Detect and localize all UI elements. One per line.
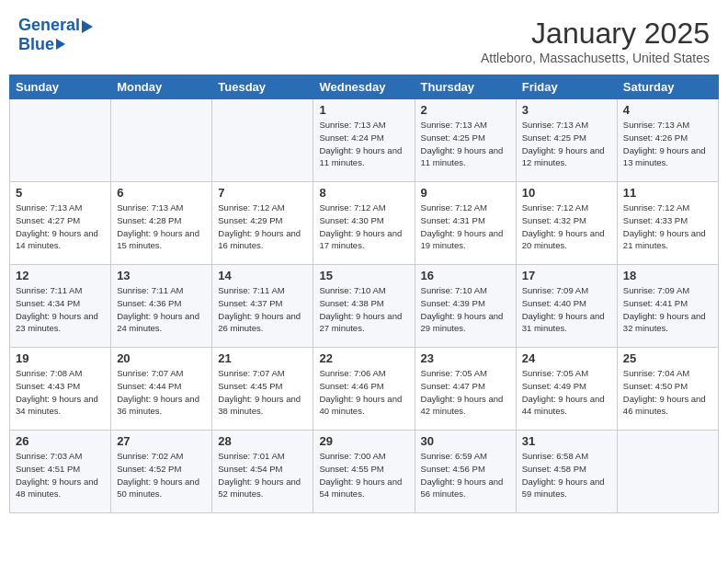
day-info: Sunrise: 7:04 AMSunset: 4:50 PMDaylight:… — [623, 367, 712, 418]
day-number: 24 — [522, 351, 611, 365]
day-info: Sunrise: 7:05 AMSunset: 4:47 PMDaylight:… — [421, 367, 510, 418]
calendar-cell — [617, 431, 718, 513]
calendar-cell — [212, 99, 313, 182]
calendar-cell: 30Sunrise: 6:59 AMSunset: 4:56 PMDayligh… — [415, 431, 516, 513]
day-number: 25 — [623, 351, 712, 365]
calendar-cell: 13Sunrise: 7:11 AMSunset: 4:36 PMDayligh… — [111, 265, 212, 348]
month-title: January 2025 — [481, 17, 710, 51]
calendar-cell: 21Sunrise: 7:07 AMSunset: 4:45 PMDayligh… — [212, 348, 313, 431]
day-number: 31 — [522, 434, 611, 448]
calendar-cell: 27Sunrise: 7:02 AMSunset: 4:52 PMDayligh… — [111, 431, 212, 513]
day-info: Sunrise: 7:13 AMSunset: 4:26 PMDaylight:… — [623, 119, 712, 169]
calendar-cell: 3Sunrise: 7:13 AMSunset: 4:25 PMDaylight… — [516, 99, 617, 182]
day-info: Sunrise: 7:08 AMSunset: 4:43 PMDaylight:… — [16, 367, 105, 418]
weekday-header: Thursday — [415, 75, 516, 99]
calendar-cell: 5Sunrise: 7:13 AMSunset: 4:27 PMDaylight… — [10, 182, 111, 265]
day-info: Sunrise: 7:12 AMSunset: 4:33 PMDaylight:… — [623, 201, 712, 252]
logo-blue-text: Blue — [18, 35, 65, 54]
day-info: Sunrise: 7:13 AMSunset: 4:25 PMDaylight:… — [421, 119, 510, 169]
day-info: Sunrise: 7:12 AMSunset: 4:29 PMDaylight:… — [218, 201, 307, 252]
day-number: 28 — [218, 434, 307, 448]
calendar-week-row: 5Sunrise: 7:13 AMSunset: 4:27 PMDaylight… — [10, 182, 719, 265]
calendar-cell: 26Sunrise: 7:03 AMSunset: 4:51 PMDayligh… — [10, 431, 111, 513]
day-number: 27 — [117, 434, 206, 448]
day-info: Sunrise: 7:10 AMSunset: 4:39 PMDaylight:… — [421, 284, 510, 335]
calendar-header-row: SundayMondayTuesdayWednesdayThursdayFrid… — [10, 75, 719, 99]
calendar-cell: 6Sunrise: 7:13 AMSunset: 4:28 PMDaylight… — [111, 182, 212, 265]
calendar-cell: 25Sunrise: 7:04 AMSunset: 4:50 PMDayligh… — [617, 348, 718, 431]
day-info: Sunrise: 7:12 AMSunset: 4:31 PMDaylight:… — [421, 201, 510, 252]
day-number: 11 — [623, 186, 712, 200]
calendar-cell: 24Sunrise: 7:05 AMSunset: 4:49 PMDayligh… — [516, 348, 617, 431]
weekday-header: Sunday — [10, 75, 111, 99]
day-info: Sunrise: 7:05 AMSunset: 4:49 PMDaylight:… — [522, 367, 611, 418]
day-number: 5 — [16, 186, 105, 200]
day-number: 23 — [421, 351, 510, 365]
calendar-cell: 11Sunrise: 7:12 AMSunset: 4:33 PMDayligh… — [617, 182, 718, 265]
day-info: Sunrise: 6:59 AMSunset: 4:56 PMDaylight:… — [421, 450, 510, 500]
day-number: 6 — [117, 186, 206, 200]
day-info: Sunrise: 7:13 AMSunset: 4:24 PMDaylight:… — [319, 119, 408, 169]
day-number: 8 — [319, 186, 408, 200]
day-info: Sunrise: 7:11 AMSunset: 4:34 PMDaylight:… — [16, 284, 105, 335]
weekday-header: Friday — [516, 75, 617, 99]
day-number: 2 — [421, 103, 510, 117]
logo: General Blue — [18, 17, 93, 54]
day-number: 14 — [218, 269, 307, 282]
day-number: 10 — [522, 186, 611, 200]
calendar-cell — [111, 99, 212, 182]
calendar-cell: 18Sunrise: 7:09 AMSunset: 4:41 PMDayligh… — [617, 265, 718, 348]
day-number: 4 — [623, 103, 712, 117]
location-title: Attleboro, Massachusetts, United States — [481, 51, 710, 65]
calendar-cell: 8Sunrise: 7:12 AMSunset: 4:30 PMDaylight… — [313, 182, 415, 265]
calendar-cell: 20Sunrise: 7:07 AMSunset: 4:44 PMDayligh… — [111, 348, 212, 431]
day-info: Sunrise: 7:12 AMSunset: 4:30 PMDaylight:… — [319, 201, 408, 252]
calendar-cell: 15Sunrise: 7:10 AMSunset: 4:38 PMDayligh… — [313, 265, 415, 348]
day-number: 15 — [319, 269, 408, 282]
day-number: 19 — [16, 351, 105, 365]
calendar-cell: 19Sunrise: 7:08 AMSunset: 4:43 PMDayligh… — [10, 348, 111, 431]
day-number: 29 — [319, 434, 408, 448]
day-info: Sunrise: 7:06 AMSunset: 4:46 PMDaylight:… — [319, 367, 408, 418]
calendar-cell: 2Sunrise: 7:13 AMSunset: 4:25 PMDaylight… — [415, 99, 516, 182]
day-number: 21 — [218, 351, 307, 365]
calendar-cell: 23Sunrise: 7:05 AMSunset: 4:47 PMDayligh… — [415, 348, 516, 431]
day-number: 16 — [421, 269, 510, 282]
day-number: 9 — [421, 186, 510, 200]
calendar-cell: 28Sunrise: 7:01 AMSunset: 4:54 PMDayligh… — [212, 431, 313, 513]
calendar-cell: 10Sunrise: 7:12 AMSunset: 4:32 PMDayligh… — [516, 182, 617, 265]
page-header: General Blue January 2025 Attleboro, Mas… — [9, 9, 719, 75]
day-info: Sunrise: 7:13 AMSunset: 4:25 PMDaylight:… — [522, 119, 611, 169]
calendar-table: SundayMondayTuesdayWednesdayThursdayFrid… — [9, 75, 719, 513]
day-number: 26 — [16, 434, 105, 448]
calendar-cell: 12Sunrise: 7:11 AMSunset: 4:34 PMDayligh… — [10, 265, 111, 348]
weekday-header: Wednesday — [313, 75, 415, 99]
title-block: January 2025 Attleboro, Massachusetts, U… — [481, 17, 710, 65]
day-info: Sunrise: 7:13 AMSunset: 4:27 PMDaylight:… — [16, 201, 105, 252]
day-info: Sunrise: 6:58 AMSunset: 4:58 PMDaylight:… — [522, 450, 611, 500]
day-number: 7 — [218, 186, 307, 200]
calendar-cell: 4Sunrise: 7:13 AMSunset: 4:26 PMDaylight… — [617, 99, 718, 182]
day-number: 18 — [623, 269, 712, 282]
day-info: Sunrise: 7:07 AMSunset: 4:45 PMDaylight:… — [218, 367, 307, 418]
day-info: Sunrise: 7:13 AMSunset: 4:28 PMDaylight:… — [117, 201, 206, 252]
day-number: 3 — [522, 103, 611, 117]
calendar-cell: 16Sunrise: 7:10 AMSunset: 4:39 PMDayligh… — [415, 265, 516, 348]
day-number: 12 — [16, 269, 105, 282]
calendar-cell: 17Sunrise: 7:09 AMSunset: 4:40 PMDayligh… — [516, 265, 617, 348]
calendar-cell: 7Sunrise: 7:12 AMSunset: 4:29 PMDaylight… — [212, 182, 313, 265]
day-info: Sunrise: 7:09 AMSunset: 4:41 PMDaylight:… — [623, 284, 712, 335]
weekday-header: Saturday — [617, 75, 718, 99]
calendar-week-row: 12Sunrise: 7:11 AMSunset: 4:34 PMDayligh… — [10, 265, 719, 348]
calendar-cell: 22Sunrise: 7:06 AMSunset: 4:46 PMDayligh… — [313, 348, 415, 431]
calendar-cell: 31Sunrise: 6:58 AMSunset: 4:58 PMDayligh… — [516, 431, 617, 513]
day-info: Sunrise: 7:01 AMSunset: 4:54 PMDaylight:… — [218, 450, 307, 500]
calendar-cell: 29Sunrise: 7:00 AMSunset: 4:55 PMDayligh… — [313, 431, 415, 513]
day-info: Sunrise: 7:03 AMSunset: 4:51 PMDaylight:… — [16, 450, 105, 500]
day-info: Sunrise: 7:09 AMSunset: 4:40 PMDaylight:… — [522, 284, 611, 335]
calendar-week-row: 26Sunrise: 7:03 AMSunset: 4:51 PMDayligh… — [10, 431, 719, 513]
day-number: 20 — [117, 351, 206, 365]
day-info: Sunrise: 7:00 AMSunset: 4:55 PMDaylight:… — [319, 450, 408, 500]
day-number: 13 — [117, 269, 206, 282]
weekday-header: Monday — [111, 75, 212, 99]
